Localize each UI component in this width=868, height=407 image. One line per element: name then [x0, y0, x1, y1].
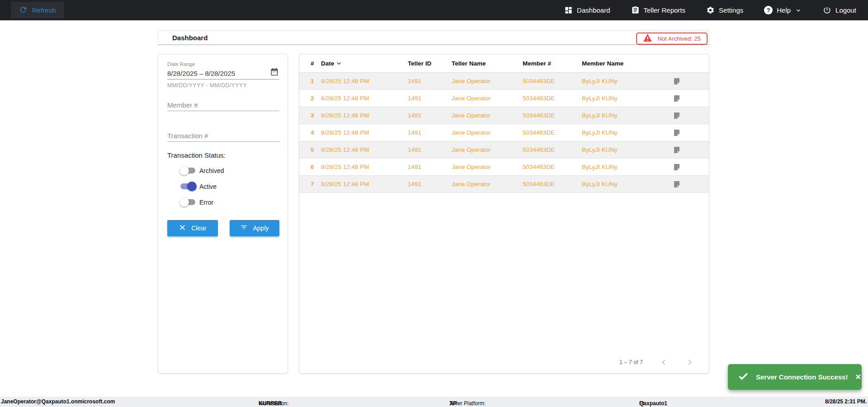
note-icon[interactable]	[673, 78, 709, 85]
toggle-row-archived[interactable]: Archived	[180, 165, 224, 176]
status-user: JaneOperator@Qaxpauto1.onmicrosoft.com	[1, 398, 115, 405]
table-row[interactable]: 58/28/25 12:48 PM1491Jane Operator503446…	[299, 141, 709, 159]
date-range-input[interactable]	[167, 68, 266, 79]
cell-member-number: 5034463DE	[523, 181, 582, 187]
member-number-input[interactable]	[167, 99, 279, 111]
cell-member-name: ByLyJI KUNy	[582, 78, 673, 84]
note-icon[interactable]	[673, 129, 709, 136]
cell-teller-name: Jane Operator	[452, 164, 523, 170]
cell-member-number: 5034463DE	[523, 112, 582, 119]
cell-row-number: 1	[311, 78, 321, 84]
date-range-label: Date Range	[167, 61, 195, 67]
cell-member-name: ByLyJI KUNy	[582, 112, 673, 119]
filter-panel: Date Range MM/DD/YYYY - MM/DD/YYYY Trans…	[158, 54, 288, 374]
toggle-row-active[interactable]: Active	[180, 181, 224, 192]
x-mark-icon	[179, 224, 186, 233]
cell-teller-name: Jane Operator	[452, 95, 523, 102]
cell-date: 8/28/25 12:48 PM	[321, 112, 408, 119]
table-row[interactable]: 28/28/25 12:48 PM1491Jane Operator503446…	[299, 90, 709, 107]
note-icon[interactable]	[673, 146, 709, 154]
nav-item-label: Settings	[719, 6, 743, 14]
not-archived-badge[interactable]: Not Archived: 25	[636, 33, 708, 45]
note-icon[interactable]	[673, 164, 709, 171]
refresh-label: Refresh	[32, 6, 56, 14]
cell-member-name: ByLyJI KUNy	[582, 164, 673, 170]
column-header-member-name[interactable]: Member Name	[582, 60, 673, 67]
chevron-down-icon	[795, 7, 802, 14]
toggle-knob	[179, 197, 189, 207]
transactions-table-card: # Date Teller ID Teller Name Member # Me…	[299, 54, 709, 374]
apply-button[interactable]: Apply	[230, 220, 279, 236]
navbar-menu: Dashboard Teller Reports Settings ? Help	[564, 6, 856, 14]
cell-member-number: 5034463DE	[523, 78, 582, 84]
cell-row-number: 7	[311, 181, 321, 187]
refresh-button[interactable]: Refresh	[11, 2, 64, 19]
status-workstation-value: KURRER	[259, 400, 282, 407]
pagination-range-label: 1 – 7 of 7	[619, 359, 643, 365]
column-header-member-number[interactable]: Member #	[523, 60, 582, 67]
cell-member-name: ByLyJI KUNy	[582, 181, 673, 187]
cell-member-number: 5034463DE	[523, 95, 582, 102]
cell-teller-id: 1491	[408, 129, 452, 136]
checkmark-icon	[738, 371, 749, 384]
nav-item-help[interactable]: ? Help	[764, 6, 802, 14]
gear-icon	[706, 6, 715, 14]
clipboard-icon	[631, 6, 640, 14]
cell-teller-name: Jane Operator	[452, 181, 523, 187]
cell-member-name: ByLyJI KUNy	[582, 129, 673, 136]
status-platform-value: XP	[449, 400, 457, 407]
date-format-hint: MM/DD/YYYY - MM/DD/YYYY	[167, 82, 247, 89]
clear-button-label: Clear	[191, 225, 206, 232]
note-icon[interactable]	[673, 95, 709, 102]
nav-item-settings[interactable]: Settings	[706, 6, 743, 14]
cell-date: 8/28/25 12:48 PM	[321, 146, 408, 153]
status-bar: JaneOperator@Qaxpauto1.onmicrosoft.com W…	[0, 397, 868, 407]
toast-message: Server Connection Success!	[756, 373, 848, 381]
transaction-number-input[interactable]	[167, 130, 279, 142]
table-header: # Date Teller ID Teller Name Member # Me…	[299, 54, 709, 73]
cell-row-number: 6	[311, 164, 321, 170]
clear-button[interactable]: Clear	[167, 220, 218, 236]
cell-member-name: ByLyJI KUNy	[582, 146, 673, 153]
table-row[interactable]: 68/28/25 12:48 PM1491Jane Operator503446…	[299, 159, 709, 176]
page-title: Dashboard	[172, 31, 208, 45]
calendar-icon[interactable]	[269, 67, 279, 77]
table-row[interactable]: 38/28/25 12:48 PM1491Jane Operator503446…	[299, 107, 709, 124]
cell-row-number: 5	[311, 146, 321, 153]
column-header-teller-name[interactable]: Teller Name	[452, 60, 523, 67]
cell-date: 8/28/25 12:48 PM	[321, 78, 408, 84]
table-row[interactable]: 18/28/25 12:48 PM1491Jane Operator503446…	[299, 73, 709, 90]
toggle-label: Error	[199, 199, 213, 206]
apply-button-label: Apply	[253, 225, 269, 232]
toggle-label: Active	[199, 183, 217, 190]
transaction-status-toggles: ArchivedActiveError	[180, 165, 224, 207]
archived-toggle[interactable]	[180, 168, 195, 173]
previous-page-button[interactable]	[658, 357, 669, 368]
nav-item-label: Help	[777, 6, 791, 14]
sort-chevron-down-icon	[335, 58, 343, 69]
column-header-number[interactable]: #	[311, 60, 321, 67]
nav-item-teller-reports[interactable]: Teller Reports	[631, 6, 686, 14]
active-toggle[interactable]	[180, 183, 195, 189]
cell-teller-name: Jane Operator	[452, 112, 523, 119]
status-datetime: 8/28/25 2:31 PM.	[825, 398, 867, 405]
note-icon[interactable]	[673, 181, 709, 188]
cell-teller-id: 1491	[408, 181, 452, 187]
cell-member-number: 5034463DE	[523, 146, 582, 153]
refresh-icon	[19, 5, 28, 15]
badge-text: Not Archived: 25	[658, 35, 701, 42]
table-row[interactable]: 78/28/25 12:48 PM1491Jane Operator503446…	[299, 176, 709, 193]
help-icon: ?	[764, 6, 773, 14]
nav-item-logout[interactable]: Logout	[823, 6, 856, 14]
cell-teller-id: 1491	[408, 95, 452, 102]
column-header-date[interactable]: Date	[321, 58, 408, 69]
toggle-row-error[interactable]: Error	[180, 197, 224, 207]
error-toggle[interactable]	[180, 199, 195, 205]
note-icon[interactable]	[673, 112, 709, 119]
table-row[interactable]: 48/28/25 12:48 PM1491Jane Operator503446…	[299, 124, 709, 141]
next-page-button[interactable]	[684, 357, 695, 368]
column-header-teller-id[interactable]: Teller ID	[408, 60, 452, 67]
cell-date: 8/28/25 12:48 PM	[321, 129, 408, 136]
toast-close-icon[interactable]: ✕	[855, 374, 861, 381]
nav-item-dashboard[interactable]: Dashboard	[564, 6, 610, 14]
